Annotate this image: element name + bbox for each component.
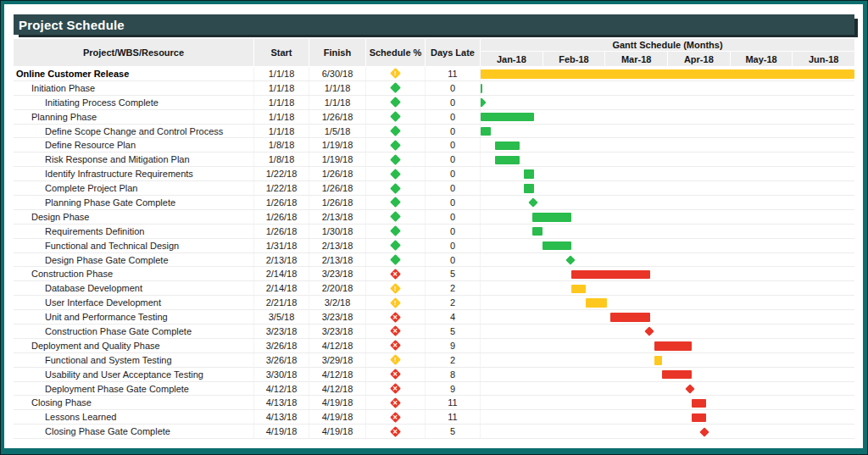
task-name-cell[interactable]: Design Phase Gate Complete bbox=[14, 253, 254, 267]
schedule-status-cell[interactable] bbox=[366, 253, 426, 267]
task-start-cell[interactable]: 1/1/18 bbox=[254, 96, 309, 109]
task-start-cell[interactable]: 1/22/18 bbox=[254, 181, 309, 195]
schedule-status-cell[interactable]: ! bbox=[366, 296, 426, 309]
schedule-status-cell[interactable]: ✕ bbox=[366, 368, 426, 381]
task-finish-cell[interactable]: 3/23/18 bbox=[309, 310, 366, 324]
days-late-cell[interactable]: 0 bbox=[426, 196, 481, 209]
task-finish-cell[interactable]: 3/23/18 bbox=[309, 325, 366, 338]
task-finish-cell[interactable]: 2/13/18 bbox=[309, 210, 366, 224]
task-name-cell[interactable]: Usability and User Acceptance Testing bbox=[14, 368, 254, 381]
task-finish-cell[interactable]: 4/12/18 bbox=[309, 368, 366, 381]
task-finish-cell[interactable]: 2/13/18 bbox=[309, 239, 366, 252]
table-row[interactable]: Functional and System Testing3/26/183/29… bbox=[14, 353, 854, 368]
table-row[interactable]: Database Development2/14/182/20/18!2 bbox=[14, 281, 854, 296]
days-late-cell[interactable]: 5 bbox=[426, 424, 481, 438]
days-late-cell[interactable]: 2 bbox=[426, 353, 481, 367]
task-name-cell[interactable]: User Interface Development bbox=[14, 296, 254, 309]
task-start-cell[interactable]: 3/26/18 bbox=[254, 353, 309, 367]
task-start-cell[interactable]: 3/23/18 bbox=[254, 325, 309, 338]
days-late-cell[interactable]: 0 bbox=[426, 225, 481, 238]
table-row[interactable]: Complete Project Plan1/22/181/26/180 bbox=[14, 181, 854, 196]
gantt-cell[interactable] bbox=[481, 267, 854, 280]
table-row[interactable]: Deployment Phase Gate Complete4/12/184/1… bbox=[14, 382, 854, 397]
table-row[interactable]: Define Resource Plan1/8/181/19/180 bbox=[14, 138, 854, 153]
table-row[interactable]: User Interface Development2/21/183/2/18!… bbox=[14, 296, 854, 310]
task-finish-cell[interactable]: 1/1/18 bbox=[309, 81, 366, 95]
task-finish-cell[interactable]: 1/1/18 bbox=[309, 96, 366, 109]
task-name-cell[interactable]: Closing Phase bbox=[14, 396, 254, 409]
schedule-status-cell[interactable]: ✕ bbox=[366, 396, 426, 409]
schedule-status-cell[interactable]: ✕ bbox=[366, 424, 426, 438]
schedule-status-cell[interactable]: ! bbox=[366, 67, 426, 80]
task-finish-cell[interactable]: 1/26/18 bbox=[309, 181, 366, 195]
task-finish-cell[interactable]: 1/26/18 bbox=[309, 196, 366, 209]
task-name-cell[interactable]: Construction Phase bbox=[14, 267, 254, 280]
task-name-cell[interactable]: Complete Project Plan bbox=[14, 181, 254, 195]
schedule-status-cell[interactable]: ✕ bbox=[366, 310, 426, 324]
task-name-cell[interactable]: Initiation Phase bbox=[14, 81, 254, 95]
days-late-cell[interactable]: 9 bbox=[426, 382, 481, 396]
gantt-cell[interactable] bbox=[481, 138, 854, 152]
task-finish-cell[interactable]: 2/20/18 bbox=[309, 281, 366, 295]
gantt-cell[interactable] bbox=[481, 325, 854, 338]
task-finish-cell[interactable]: 4/19/18 bbox=[309, 424, 366, 438]
days-late-cell[interactable]: 0 bbox=[426, 253, 481, 267]
schedule-status-cell[interactable] bbox=[366, 181, 426, 195]
gantt-cell[interactable] bbox=[481, 125, 854, 138]
task-start-cell[interactable]: 4/13/18 bbox=[254, 410, 309, 424]
days-late-cell[interactable]: 11 bbox=[426, 67, 481, 80]
gantt-cell[interactable] bbox=[481, 339, 854, 352]
task-finish-cell[interactable]: 1/30/18 bbox=[309, 225, 366, 238]
task-finish-cell[interactable]: 6/30/18 bbox=[309, 67, 366, 80]
task-start-cell[interactable]: 3/5/18 bbox=[254, 310, 309, 324]
schedule-status-cell[interactable] bbox=[366, 225, 426, 238]
days-late-cell[interactable]: 11 bbox=[426, 396, 481, 409]
task-name-cell[interactable]: Online Customer Release bbox=[14, 67, 254, 80]
table-row[interactable]: Identify Infrastructure Requirements1/22… bbox=[14, 167, 854, 181]
task-start-cell[interactable]: 1/26/18 bbox=[254, 225, 309, 238]
days-late-cell[interactable]: 8 bbox=[426, 368, 481, 381]
task-finish-cell[interactable]: 1/26/18 bbox=[309, 110, 366, 124]
table-row[interactable]: Functional and Technical Design1/31/182/… bbox=[14, 239, 854, 253]
task-name-cell[interactable]: Identify Infrastructure Requirements bbox=[14, 167, 254, 180]
gantt-cell[interactable] bbox=[481, 368, 854, 381]
gantt-cell[interactable] bbox=[481, 210, 854, 224]
gantt-cell[interactable] bbox=[481, 196, 854, 209]
task-start-cell[interactable]: 1/1/18 bbox=[254, 125, 309, 138]
schedule-status-cell[interactable]: ! bbox=[366, 281, 426, 295]
days-late-cell[interactable]: 2 bbox=[426, 281, 481, 295]
schedule-status-cell[interactable]: ✕ bbox=[366, 267, 426, 280]
schedule-status-cell[interactable] bbox=[366, 96, 426, 109]
table-row[interactable]: Initiating Process Complete1/1/181/1/180 bbox=[14, 96, 854, 110]
days-late-cell[interactable]: 0 bbox=[426, 125, 481, 138]
days-late-cell[interactable]: 9 bbox=[426, 339, 481, 352]
days-late-cell[interactable]: 4 bbox=[426, 310, 481, 324]
gantt-cell[interactable] bbox=[481, 396, 854, 409]
task-finish-cell[interactable]: 3/29/18 bbox=[309, 353, 366, 367]
task-name-cell[interactable]: Deployment and Quality Phase bbox=[14, 339, 254, 352]
task-name-cell[interactable]: Design Phase bbox=[14, 210, 254, 224]
task-name-cell[interactable]: Database Development bbox=[14, 281, 254, 295]
task-name-cell[interactable]: Define Resource Plan bbox=[14, 138, 254, 152]
task-start-cell[interactable]: 3/26/18 bbox=[254, 339, 309, 352]
task-start-cell[interactable]: 1/22/18 bbox=[254, 167, 309, 180]
task-finish-cell[interactable]: 3/23/18 bbox=[309, 267, 366, 280]
table-row[interactable]: Usability and User Acceptance Testing3/3… bbox=[14, 368, 854, 382]
task-name-cell[interactable]: Unit and Performance Testing bbox=[14, 310, 254, 324]
task-start-cell[interactable]: 4/12/18 bbox=[254, 382, 309, 396]
gantt-cell[interactable] bbox=[481, 253, 854, 267]
days-late-cell[interactable]: 0 bbox=[426, 138, 481, 152]
task-start-cell[interactable]: 1/1/18 bbox=[254, 67, 309, 80]
days-late-cell[interactable]: 0 bbox=[426, 167, 481, 180]
table-row[interactable]: Closing Phase4/13/184/19/18✕11 bbox=[14, 396, 854, 410]
schedule-status-cell[interactable]: ✕ bbox=[366, 382, 426, 396]
schedule-status-cell[interactable] bbox=[366, 167, 426, 180]
task-start-cell[interactable]: 1/1/18 bbox=[254, 110, 309, 124]
task-name-cell[interactable]: Construction Phase Gate Complete bbox=[14, 325, 254, 338]
schedule-status-cell[interactable] bbox=[366, 210, 426, 224]
schedule-status-cell[interactable] bbox=[366, 125, 426, 138]
task-name-cell[interactable]: Initiating Process Complete bbox=[14, 96, 254, 109]
table-row[interactable]: Planning Phase1/1/181/26/180 bbox=[14, 110, 854, 125]
task-name-cell[interactable]: Define Scope Change and Control Process bbox=[14, 125, 254, 138]
task-finish-cell[interactable]: 1/26/18 bbox=[309, 167, 366, 180]
